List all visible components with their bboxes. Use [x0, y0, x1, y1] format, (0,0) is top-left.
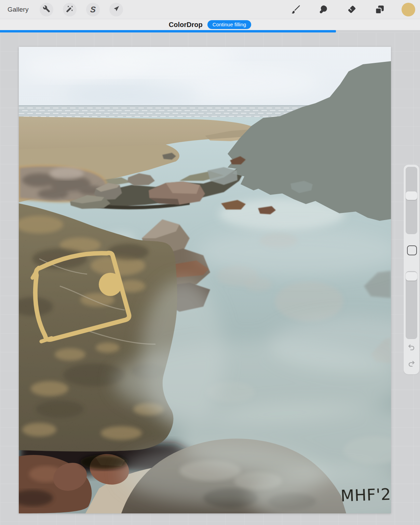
redo-button[interactable] — [407, 360, 416, 368]
magic-wand-icon — [66, 5, 73, 14]
adjustments-button[interactable] — [63, 3, 77, 16]
modify-button[interactable] — [407, 245, 417, 255]
continue-filling-button[interactable]: Continue filling — [207, 20, 251, 29]
transform-button[interactable] — [109, 3, 123, 16]
brush-size-slider[interactable] — [406, 167, 417, 234]
app-window: Gallery S — [0, 0, 420, 525]
colordrop-progress-fill — [0, 30, 336, 32]
side-controls-panel — [404, 165, 419, 374]
undo-icon — [407, 342, 416, 353]
art-signature: MHF'24 — [340, 485, 391, 505]
artwork-canvas[interactable]: MHF'24 — [19, 47, 391, 513]
top-toolbar: Gallery S — [0, 0, 420, 19]
paint-brush-button[interactable] — [289, 3, 302, 16]
colordrop-bar: ColorDrop Continue filling — [0, 19, 420, 30]
actions-button[interactable] — [40, 3, 53, 16]
color-swatch[interactable] — [402, 3, 415, 16]
smudge-finger-button[interactable] — [317, 3, 330, 16]
redo-icon — [407, 359, 416, 369]
undo-button[interactable] — [407, 343, 416, 352]
selection-button[interactable]: S — [86, 3, 100, 16]
layers-button[interactable] — [374, 3, 386, 16]
selection-s-icon: S — [90, 5, 96, 14]
workspace-background: MHF'24 — [0, 32, 420, 525]
artwork-painting: MHF'24 — [19, 47, 391, 513]
gallery-button[interactable]: Gallery — [8, 6, 29, 13]
toolbar-right-group — [289, 3, 420, 16]
opacity-slider[interactable] — [406, 271, 417, 339]
eraser-button[interactable] — [346, 3, 358, 16]
wrench-icon — [43, 5, 50, 14]
transform-arrow-icon — [112, 5, 120, 14]
brush-size-handle[interactable] — [406, 191, 417, 200]
art-colordrop-drop — [99, 273, 122, 296]
toolbar-left-group: Gallery S — [0, 3, 123, 16]
opacity-handle[interactable] — [406, 272, 417, 281]
colordrop-title: ColorDrop — [169, 21, 203, 29]
colordrop-progress-track — [0, 30, 420, 32]
